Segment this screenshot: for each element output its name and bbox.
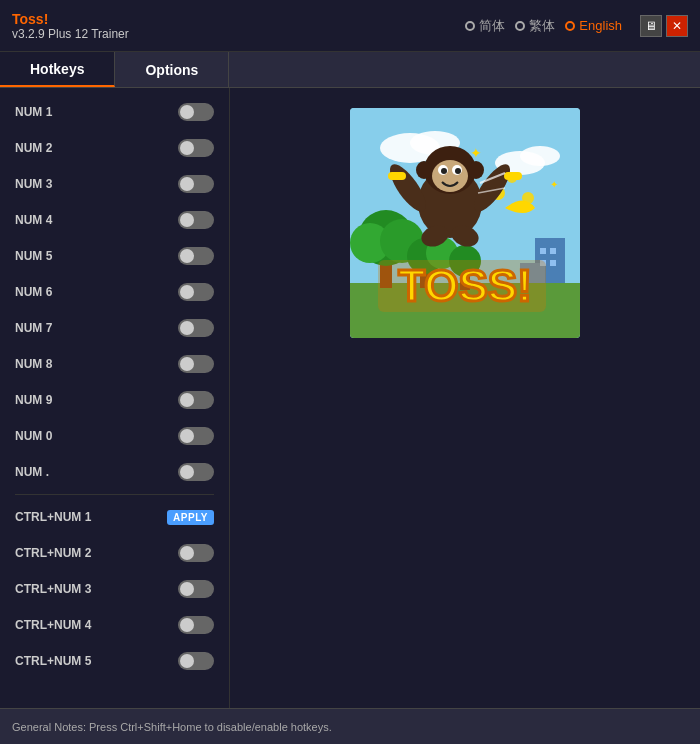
lang-jiantiy[interactable]: 简体: [465, 17, 505, 35]
hotkey-label-ctrl-num4: CTRL+NUM 4: [15, 618, 105, 632]
hotkey-label-num0: NUM 0: [15, 429, 105, 443]
title-left: Toss! v3.2.9 Plus 12 Trainer: [12, 11, 129, 41]
options-panel: $ ✦ ✦ ✦: [230, 88, 700, 708]
toggle-num7[interactable]: [178, 319, 214, 337]
hotkey-row-num7: NUM 7: [15, 314, 214, 342]
apply-badge: APPLY: [167, 510, 214, 525]
hotkey-label-ctrl-num2: CTRL+NUM 2: [15, 546, 105, 560]
tab-hotkeys[interactable]: Hotkeys: [0, 52, 115, 87]
hotkey-row-num3: NUM 3: [15, 170, 214, 198]
hotkey-label-numdot: NUM .: [15, 465, 105, 479]
toggle-ctrl-num4[interactable]: [178, 616, 214, 634]
toggle-ctrl-num5[interactable]: [178, 652, 214, 670]
lang-fanti[interactable]: 繁体: [515, 17, 555, 35]
game-artwork-svg: $ ✦ ✦ ✦: [350, 108, 580, 338]
svg-rect-40: [504, 172, 522, 180]
hotkey-label-num7: NUM 7: [15, 321, 105, 335]
hotkey-row-num9: NUM 9: [15, 386, 214, 414]
hotkey-label-num1: NUM 1: [15, 105, 105, 119]
toggle-ctrl-num3[interactable]: [178, 580, 214, 598]
svg-rect-10: [550, 260, 556, 266]
svg-point-36: [468, 161, 484, 179]
hotkey-label-num3: NUM 3: [15, 177, 105, 191]
tab-options[interactable]: Options: [115, 52, 229, 87]
app-title: Toss!: [12, 11, 129, 27]
window-controls: 🖥 ✕: [640, 15, 688, 37]
hotkey-label-num2: NUM 2: [15, 141, 105, 155]
radio-english: [565, 21, 575, 31]
lang-fanti-label: 繁体: [529, 17, 555, 35]
svg-point-30: [432, 160, 468, 192]
game-image-inner: $ ✦ ✦ ✦: [350, 108, 580, 338]
svg-rect-7: [540, 248, 546, 254]
toggle-num1[interactable]: [178, 103, 214, 121]
hotkey-label-num9: NUM 9: [15, 393, 105, 407]
title-bar: Toss! v3.2.9 Plus 12 Trainer 简体 繁体 Engli…: [0, 0, 700, 52]
svg-text:✦: ✦: [550, 179, 558, 190]
app-subtitle: v3.2.9 Plus 12 Trainer: [12, 27, 129, 41]
hotkey-label-num8: NUM 8: [15, 357, 105, 371]
hotkey-row-numdot: NUM .: [15, 458, 214, 486]
toggle-num9[interactable]: [178, 391, 214, 409]
hotkey-label-ctrl-num3: CTRL+NUM 3: [15, 582, 105, 596]
svg-point-33: [441, 168, 447, 174]
hotkey-label-ctrl-num1: CTRL+NUM 1: [15, 510, 105, 524]
toggle-num6[interactable]: [178, 283, 214, 301]
footer: General Notes: Press Ctrl+Shift+Home to …: [0, 708, 700, 744]
svg-point-35: [416, 161, 432, 179]
lang-english[interactable]: English: [565, 18, 622, 33]
hotkeys-panel: NUM 1 NUM 2 NUM 3 NUM 4 NUM 5 NUM 6: [0, 88, 230, 708]
lang-jianti-label: 简体: [479, 17, 505, 35]
svg-rect-8: [550, 248, 556, 254]
footer-text: General Notes: Press Ctrl+Shift+Home to …: [12, 721, 332, 733]
hotkey-row-num5: NUM 5: [15, 242, 214, 270]
hotkey-row-ctrl-num3: CTRL+NUM 3: [15, 575, 214, 603]
svg-text:TOSS!: TOSS!: [398, 261, 532, 310]
hotkey-label-num6: NUM 6: [15, 285, 105, 299]
toggle-num2[interactable]: [178, 139, 214, 157]
main-content: NUM 1 NUM 2 NUM 3 NUM 4 NUM 5 NUM 6: [0, 88, 700, 708]
hotkey-row-num6: NUM 6: [15, 278, 214, 306]
game-cover-image: $ ✦ ✦ ✦: [350, 108, 580, 338]
toggle-num0[interactable]: [178, 427, 214, 445]
toggle-num4[interactable]: [178, 211, 214, 229]
toggle-numdot[interactable]: [178, 463, 214, 481]
svg-rect-39: [388, 172, 406, 180]
svg-point-34: [455, 168, 461, 174]
hotkey-row-num0: NUM 0: [15, 422, 214, 450]
toggle-num3[interactable]: [178, 175, 214, 193]
hotkey-row-num2: NUM 2: [15, 134, 214, 162]
toggle-num8[interactable]: [178, 355, 214, 373]
lang-english-label: English: [579, 18, 622, 33]
svg-point-4: [520, 146, 560, 166]
hotkey-row-num8: NUM 8: [15, 350, 214, 378]
radio-jianti: [465, 21, 475, 31]
hotkey-label-num5: NUM 5: [15, 249, 105, 263]
hotkey-row-ctrl-num4: CTRL+NUM 4: [15, 611, 214, 639]
close-button[interactable]: ✕: [666, 15, 688, 37]
toggle-num5[interactable]: [178, 247, 214, 265]
radio-fanti: [515, 21, 525, 31]
hotkey-row-ctrl-num2: CTRL+NUM 2: [15, 539, 214, 567]
toggle-ctrl-num2[interactable]: [178, 544, 214, 562]
hotkey-row-num1: NUM 1: [15, 98, 214, 126]
hotkey-label-ctrl-num5: CTRL+NUM 5: [15, 654, 105, 668]
title-right: 简体 繁体 English 🖥 ✕: [465, 15, 688, 37]
minimize-button[interactable]: 🖥: [640, 15, 662, 37]
hotkey-row-ctrl-num1: CTRL+NUM 1 APPLY: [15, 503, 214, 531]
hotkey-row-ctrl-num5: CTRL+NUM 5: [15, 647, 214, 675]
tab-bar: Hotkeys Options: [0, 52, 700, 88]
hotkey-row-num4: NUM 4: [15, 206, 214, 234]
hotkey-label-num4: NUM 4: [15, 213, 105, 227]
divider: [15, 494, 214, 495]
